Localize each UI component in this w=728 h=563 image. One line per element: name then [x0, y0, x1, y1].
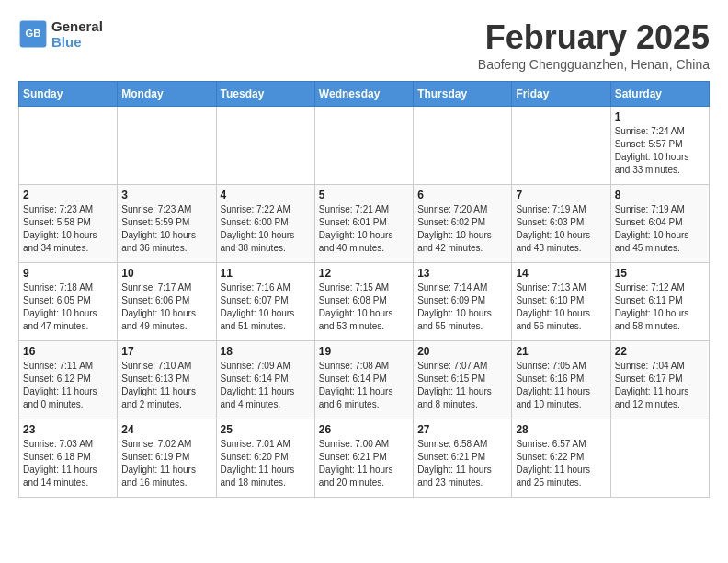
page-header: GB General Blue February 2025 Baofeng Ch… — [18, 18, 710, 72]
day-number: 17 — [121, 345, 211, 358]
day-number: 25 — [221, 423, 311, 436]
calendar-cell: 25Sunrise: 7:01 AM Sunset: 6:20 PM Dayli… — [216, 419, 314, 498]
day-number: 21 — [516, 345, 606, 358]
calendar-cell: 21Sunrise: 7:05 AM Sunset: 6:16 PM Dayli… — [512, 341, 610, 419]
calendar-cell: 23Sunrise: 7:03 AM Sunset: 6:18 PM Dayli… — [19, 419, 118, 498]
day-number: 1 — [615, 110, 705, 123]
calendar-body: 1Sunrise: 7:24 AM Sunset: 5:57 PM Daylig… — [19, 107, 710, 498]
day-info: Sunrise: 7:01 AM Sunset: 6:20 PM Dayligh… — [221, 438, 311, 489]
day-number: 16 — [23, 345, 113, 358]
calendar-cell: 13Sunrise: 7:14 AM Sunset: 6:09 PM Dayli… — [414, 263, 512, 341]
calendar-cell: 2Sunrise: 7:23 AM Sunset: 5:58 PM Daylig… — [19, 185, 118, 263]
day-number: 14 — [516, 267, 606, 280]
calendar-cell: 19Sunrise: 7:08 AM Sunset: 6:14 PM Dayli… — [314, 341, 413, 419]
calendar-cell — [512, 107, 610, 185]
calendar-cell — [414, 107, 512, 185]
day-number: 13 — [417, 267, 507, 280]
calendar-header-row: SundayMondayTuesdayWednesdayThursdayFrid… — [19, 82, 710, 107]
calendar-cell: 1Sunrise: 7:24 AM Sunset: 5:57 PM Daylig… — [610, 107, 709, 185]
calendar-cell: 18Sunrise: 7:09 AM Sunset: 6:14 PM Dayli… — [216, 341, 314, 419]
day-number: 5 — [319, 189, 409, 201]
calendar-cell: 14Sunrise: 7:13 AM Sunset: 6:10 PM Dayli… — [512, 263, 610, 341]
day-info: Sunrise: 7:19 AM Sunset: 6:04 PM Dayligh… — [615, 203, 705, 255]
day-info: Sunrise: 7:00 AM Sunset: 6:21 PM Dayligh… — [319, 438, 409, 489]
calendar-cell: 16Sunrise: 7:11 AM Sunset: 6:12 PM Dayli… — [19, 341, 118, 419]
calendar-week-row: 2Sunrise: 7:23 AM Sunset: 5:58 PM Daylig… — [19, 185, 710, 263]
day-of-week-header: Monday — [118, 82, 216, 107]
calendar-cell — [19, 107, 118, 185]
day-number: 20 — [417, 345, 507, 358]
day-number: 19 — [319, 345, 409, 358]
calendar-cell: 7Sunrise: 7:19 AM Sunset: 6:03 PM Daylig… — [512, 185, 610, 263]
day-number: 3 — [121, 189, 211, 201]
day-info: Sunrise: 7:02 AM Sunset: 6:19 PM Dayligh… — [121, 438, 211, 489]
location-title: Baofeng Chengguanzhen, Henan, China — [478, 57, 710, 72]
day-number: 22 — [615, 345, 705, 358]
calendar-cell: 9Sunrise: 7:18 AM Sunset: 6:05 PM Daylig… — [19, 263, 118, 341]
calendar-cell: 8Sunrise: 7:19 AM Sunset: 6:04 PM Daylig… — [610, 185, 709, 263]
day-info: Sunrise: 7:15 AM Sunset: 6:08 PM Dayligh… — [319, 282, 409, 333]
day-info: Sunrise: 7:04 AM Sunset: 6:17 PM Dayligh… — [615, 360, 705, 411]
day-info: Sunrise: 7:19 AM Sunset: 6:03 PM Dayligh… — [516, 203, 606, 255]
day-number: 12 — [319, 267, 409, 280]
day-info: Sunrise: 7:17 AM Sunset: 6:06 PM Dayligh… — [121, 282, 211, 333]
day-info: Sunrise: 6:57 AM Sunset: 6:22 PM Dayligh… — [516, 438, 606, 489]
calendar-cell — [216, 107, 314, 185]
day-number: 23 — [23, 423, 113, 436]
calendar-cell: 5Sunrise: 7:21 AM Sunset: 6:01 PM Daylig… — [314, 185, 413, 263]
calendar-cell: 6Sunrise: 7:20 AM Sunset: 6:02 PM Daylig… — [414, 185, 512, 263]
calendar-cell: 26Sunrise: 7:00 AM Sunset: 6:21 PM Dayli… — [314, 419, 413, 498]
day-info: Sunrise: 7:21 AM Sunset: 6:01 PM Dayligh… — [319, 203, 409, 255]
day-number: 6 — [417, 189, 507, 201]
logo-blue: Blue — [51, 34, 103, 50]
calendar-cell: 4Sunrise: 7:22 AM Sunset: 6:00 PM Daylig… — [216, 185, 314, 263]
day-info: Sunrise: 7:05 AM Sunset: 6:16 PM Dayligh… — [516, 360, 606, 411]
day-number: 10 — [121, 267, 211, 280]
day-info: Sunrise: 7:23 AM Sunset: 5:58 PM Dayligh… — [23, 203, 113, 255]
day-info: Sunrise: 7:13 AM Sunset: 6:10 PM Dayligh… — [516, 282, 606, 333]
calendar-cell: 10Sunrise: 7:17 AM Sunset: 6:06 PM Dayli… — [118, 263, 216, 341]
day-number: 24 — [121, 423, 211, 436]
day-of-week-header: Sunday — [19, 82, 118, 107]
day-number: 2 — [23, 189, 113, 201]
day-number: 26 — [319, 423, 409, 436]
day-of-week-header: Wednesday — [314, 82, 413, 107]
day-of-week-header: Saturday — [610, 82, 709, 107]
logo-general: General — [51, 18, 103, 34]
calendar-cell: 28Sunrise: 6:57 AM Sunset: 6:22 PM Dayli… — [512, 419, 610, 498]
calendar-cell — [314, 107, 413, 185]
day-info: Sunrise: 7:14 AM Sunset: 6:09 PM Dayligh… — [417, 282, 507, 333]
day-info: Sunrise: 7:08 AM Sunset: 6:14 PM Dayligh… — [319, 360, 409, 411]
calendar-cell: 3Sunrise: 7:23 AM Sunset: 5:59 PM Daylig… — [118, 185, 216, 263]
calendar-cell: 27Sunrise: 6:58 AM Sunset: 6:21 PM Dayli… — [414, 419, 512, 498]
calendar-cell: 15Sunrise: 7:12 AM Sunset: 6:11 PM Dayli… — [610, 263, 709, 341]
day-number: 9 — [23, 267, 113, 280]
calendar-week-row: 1Sunrise: 7:24 AM Sunset: 5:57 PM Daylig… — [19, 107, 710, 185]
day-info: Sunrise: 7:10 AM Sunset: 6:13 PM Dayligh… — [121, 360, 211, 411]
month-title: February 2025 — [478, 18, 710, 57]
calendar-cell: 12Sunrise: 7:15 AM Sunset: 6:08 PM Dayli… — [314, 263, 413, 341]
calendar-cell: 22Sunrise: 7:04 AM Sunset: 6:17 PM Dayli… — [610, 341, 709, 419]
logo: GB General Blue — [18, 18, 103, 50]
calendar-cell: 20Sunrise: 7:07 AM Sunset: 6:15 PM Dayli… — [414, 341, 512, 419]
calendar-table: SundayMondayTuesdayWednesdayThursdayFrid… — [18, 81, 710, 498]
day-info: Sunrise: 7:07 AM Sunset: 6:15 PM Dayligh… — [417, 360, 507, 411]
day-of-week-header: Friday — [512, 82, 610, 107]
logo-icon: GB — [18, 19, 48, 49]
day-number: 15 — [615, 267, 705, 280]
day-of-week-header: Thursday — [414, 82, 512, 107]
day-info: Sunrise: 7:11 AM Sunset: 6:12 PM Dayligh… — [23, 360, 113, 411]
day-number: 7 — [516, 189, 606, 201]
calendar-week-row: 16Sunrise: 7:11 AM Sunset: 6:12 PM Dayli… — [19, 341, 710, 419]
title-block: February 2025 Baofeng Chengguanzhen, Hen… — [478, 18, 710, 72]
day-info: Sunrise: 6:58 AM Sunset: 6:21 PM Dayligh… — [417, 438, 507, 489]
svg-text:GB: GB — [26, 28, 41, 39]
calendar-week-row: 23Sunrise: 7:03 AM Sunset: 6:18 PM Dayli… — [19, 419, 710, 498]
day-info: Sunrise: 7:09 AM Sunset: 6:14 PM Dayligh… — [221, 360, 311, 411]
day-number: 8 — [615, 189, 705, 201]
calendar-cell: 11Sunrise: 7:16 AM Sunset: 6:07 PM Dayli… — [216, 263, 314, 341]
calendar-cell — [610, 419, 709, 498]
day-info: Sunrise: 7:18 AM Sunset: 6:05 PM Dayligh… — [23, 282, 113, 333]
day-number: 4 — [221, 189, 311, 201]
day-number: 18 — [221, 345, 311, 358]
